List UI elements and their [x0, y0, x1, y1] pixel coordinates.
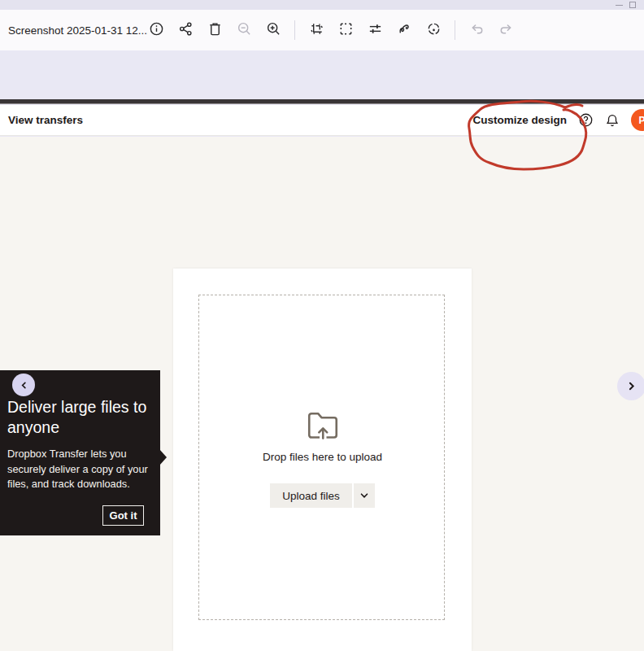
- trash-icon: [207, 21, 223, 40]
- transfer-upload-card: Drop files here to upload Upload files: [173, 269, 472, 651]
- share-button[interactable]: [177, 22, 194, 38]
- document-title: Screenshot 2025-01-31 12....: [8, 24, 148, 37]
- folder-upload-icon: [173, 409, 472, 440]
- markup-pen-icon: [397, 21, 412, 40]
- coachmark-tooltip: Deliver large files to anyone Dropbox Tr…: [0, 370, 160, 535]
- adjustments-icon: [368, 21, 383, 40]
- drop-files-label: Drop files here to upload: [173, 451, 472, 463]
- chevron-down-icon: [359, 491, 369, 500]
- selection-button[interactable]: [337, 22, 354, 38]
- tooltip-body: Dropbox Transfer lets you securely deliv…: [7, 447, 159, 492]
- upload-files-button[interactable]: Upload files: [270, 483, 352, 508]
- customize-design-link[interactable]: Customize design: [472, 114, 567, 126]
- window-background-strip: [0, 50, 644, 99]
- adjustments-button[interactable]: [367, 22, 383, 38]
- tooltip-pointer: [159, 449, 167, 465]
- avatar[interactable]: P: [631, 109, 644, 131]
- redo-icon: [498, 21, 514, 40]
- lens-button[interactable]: [425, 22, 442, 38]
- captured-window-top-edge: [0, 99, 644, 104]
- toolbar-icons: [148, 20, 514, 40]
- upload-options-button[interactable]: [354, 483, 375, 508]
- chevron-right-icon: [626, 381, 637, 391]
- help-icon: [578, 112, 594, 128]
- zoom-out-icon: [237, 21, 252, 40]
- zoom-in-icon: [266, 21, 281, 40]
- undo-icon: [469, 21, 485, 40]
- share-icon: [178, 21, 194, 40]
- toolbar-divider: [294, 20, 295, 40]
- selection-icon: [338, 21, 354, 40]
- toolbar-divider: [455, 20, 455, 40]
- bell-icon: [605, 113, 620, 128]
- help-button[interactable]: [577, 112, 594, 129]
- chevron-left-icon: [20, 381, 28, 390]
- info-icon: [149, 21, 164, 40]
- transfer-page-header: View transfers Customize design P: [0, 105, 644, 136]
- tooltip-heading: Deliver large files to anyone: [7, 397, 147, 438]
- delete-button[interactable]: [207, 22, 223, 38]
- window-minimize-icon[interactable]: [616, 5, 623, 6]
- window-top-strip: [0, 0, 644, 10]
- crop-rotate-button[interactable]: [308, 22, 324, 38]
- previous-tip-button[interactable]: [12, 374, 35, 396]
- window-maximize-icon[interactable]: [629, 2, 636, 8]
- undo-button[interactable]: [468, 22, 485, 38]
- info-button[interactable]: [148, 22, 164, 38]
- redo-button[interactable]: [498, 22, 514, 38]
- zoom-in-button[interactable]: [265, 22, 281, 38]
- crop-rotate-icon: [309, 21, 324, 40]
- next-tip-button[interactable]: [617, 372, 644, 400]
- viewer-toolbar: Screenshot 2025-01-31 12....: [0, 10, 644, 50]
- notifications-button[interactable]: [604, 112, 620, 129]
- header-actions: Customize design P: [472, 109, 644, 131]
- zoom-out-button[interactable]: [236, 22, 252, 38]
- view-transfers-link[interactable]: View transfers: [8, 114, 83, 126]
- screenshot-viewer-window: Screenshot 2025-01-31 12....: [0, 0, 644, 651]
- markup-button[interactable]: [396, 22, 412, 38]
- upload-split-button: Upload files: [173, 483, 472, 508]
- window-controls: [616, 2, 636, 8]
- transfer-page-body: Drop files here to upload Upload files D…: [0, 137, 644, 651]
- lens-icon: [426, 21, 442, 40]
- got-it-button[interactable]: Got it: [102, 505, 144, 526]
